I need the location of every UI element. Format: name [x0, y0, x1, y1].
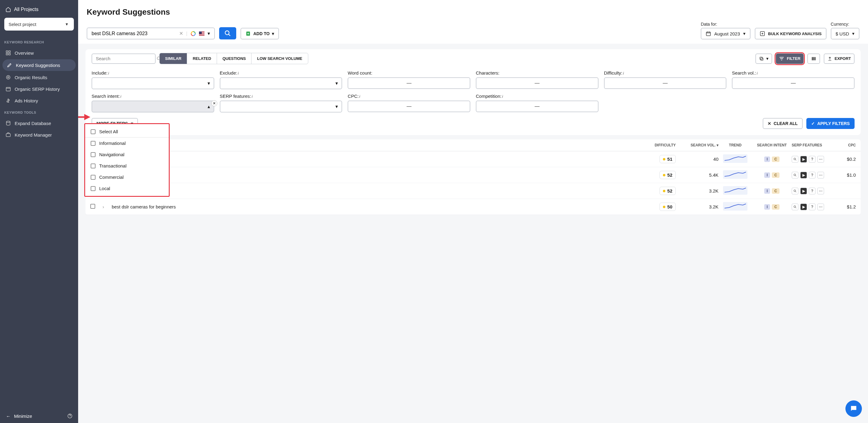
target-icon — [5, 75, 11, 80]
svg-rect-29 — [813, 57, 814, 60]
col-search-vol[interactable]: SEARCH VOL. ▾ — [676, 143, 718, 147]
filter-button[interactable]: FILTER — [776, 54, 804, 64]
keyword-input[interactable] — [92, 31, 176, 36]
filter-search-intent: Search intent:i ✕ ▴ — [92, 93, 214, 112]
table-search-input[interactable] — [96, 56, 154, 61]
export-button[interactable]: EXPORT — [824, 54, 855, 64]
search-button[interactable] — [219, 27, 236, 39]
serp-more-icon[interactable]: ⋯ — [817, 172, 824, 178]
tab-low-search-volume[interactable]: LOW SEARCH VOLUME — [251, 53, 308, 64]
sidebar-item-keyword-manager[interactable]: Keyword Manager — [0, 129, 78, 141]
filter-cpc-input[interactable]: — — [348, 101, 470, 112]
tab-related[interactable]: RELATED — [187, 53, 217, 64]
dropdown-item-transactional[interactable]: Transactional — [85, 160, 169, 171]
sidebar-item-label: Keyword Manager — [14, 132, 52, 138]
info-icon[interactable]: i — [121, 94, 121, 99]
copy-button[interactable]: ▾ — [755, 54, 772, 64]
sidebar-item-organic-serp-history[interactable]: Organic SERP History — [0, 83, 78, 95]
serp-search-icon — [792, 203, 798, 210]
serp-more-icon[interactable]: ⋯ — [817, 203, 824, 210]
columns-button[interactable] — [807, 54, 820, 64]
us-flag-icon — [199, 31, 205, 36]
filter-word-count-input[interactable]: — — [348, 77, 470, 89]
info-icon[interactable]: i — [252, 94, 253, 99]
close-filter-icon[interactable]: ✕ — [211, 100, 217, 106]
filter-search-intent-input[interactable]: ▴ — [92, 101, 214, 112]
svg-rect-30 — [814, 57, 815, 60]
info-icon[interactable]: i — [238, 71, 239, 76]
data-for-select[interactable]: August 2023 ▾ — [701, 28, 750, 39]
filter-serp-features-input[interactable]: ▾ — [220, 101, 342, 112]
minimize-button[interactable]: ← Minimize — [5, 413, 32, 419]
difficulty-badge: 51 — [659, 155, 676, 163]
filter-search-vol-input[interactable]: — — [732, 77, 855, 89]
info-icon[interactable]: i — [502, 94, 503, 99]
info-icon[interactable]: i — [757, 71, 758, 76]
filter-exclude-input[interactable]: ▾ — [220, 77, 342, 89]
filter-include-input[interactable]: ▾ — [92, 77, 214, 89]
col-trend[interactable]: TREND — [718, 143, 752, 147]
filter-competition-input[interactable]: — — [476, 101, 598, 112]
addto-button[interactable]: ADD TO ▾ — [241, 28, 279, 39]
table-header: DIFFICULTY SEARCH VOL. ▾ TREND SEARCH IN… — [86, 139, 861, 151]
difficulty-badge: 52 — [659, 187, 676, 195]
serp-more-icon[interactable]: ⋯ — [817, 156, 824, 163]
trend-cell — [718, 186, 752, 196]
filter-exclude: Exclude:i ▾ — [220, 70, 342, 89]
dropdown-item-informational[interactable]: Informational — [85, 138, 169, 149]
checkbox-icon — [91, 186, 96, 191]
dropdown-item-navigational[interactable]: Navigational — [85, 149, 169, 160]
svg-rect-31 — [723, 154, 747, 163]
bulk-analysis-button[interactable]: BULK KEYWORD ANALYSIS — [755, 28, 827, 39]
dropdown-item-local[interactable]: Local — [85, 183, 169, 194]
dollar-icon — [5, 98, 11, 103]
trend-sparkline-icon — [723, 154, 747, 163]
sidebar-item-expand-database[interactable]: Expand Database — [0, 117, 78, 129]
filter-characters-input[interactable]: — — [476, 77, 598, 89]
upload-icon — [828, 56, 832, 61]
edit-icon — [7, 62, 12, 68]
sidebar-item-overview[interactable]: Overview — [0, 47, 78, 59]
help-icon[interactable] — [67, 413, 73, 419]
add-box-icon — [760, 31, 765, 36]
row-checkbox[interactable] — [90, 204, 95, 209]
info-icon[interactable]: i — [623, 71, 624, 76]
project-select-label: Select project — [8, 22, 36, 27]
filter-difficulty-input[interactable]: — — [604, 77, 727, 89]
col-difficulty[interactable]: DIFFICULTY — [636, 143, 676, 147]
col-serp-features[interactable]: SERP FEATURES — [792, 143, 837, 147]
info-icon[interactable]: i — [359, 94, 360, 99]
col-cpc[interactable]: CPC — [837, 143, 856, 147]
sidebar-item-label: Organic SERP History — [14, 86, 60, 92]
info-icon[interactable]: i — [108, 71, 109, 76]
clear-all-button[interactable]: ✕ CLEAR ALL — [763, 118, 803, 129]
apply-filters-button[interactable]: ✓ APPLY FILTERS — [806, 118, 855, 129]
serp-video-icon: ▶ — [800, 156, 807, 163]
sidebar-item-label: Organic Results — [14, 75, 47, 80]
chat-widget[interactable] — [845, 400, 862, 417]
dropdown-item-commercial[interactable]: Commercial — [85, 171, 169, 183]
expand-icon[interactable]: › — [102, 204, 104, 209]
copy-icon — [759, 56, 764, 61]
page-title: Keyword Suggestions — [87, 7, 860, 17]
currency-select[interactable]: $ USD ▾ — [831, 28, 860, 39]
svg-rect-18 — [199, 31, 202, 34]
dropdown-item-select-all[interactable]: Select All — [85, 126, 169, 138]
sidebar-item-organic-results[interactable]: Organic Results — [0, 72, 78, 83]
col-search-intent[interactable]: SEARCH INTENT — [752, 143, 792, 147]
briefcase-icon — [5, 132, 11, 138]
clear-input-icon[interactable]: ✕ — [179, 31, 183, 36]
tab-questions[interactable]: QUESTIONS — [217, 53, 252, 64]
sidebar-item-keyword-suggestions[interactable]: Keyword Suggestions — [2, 59, 76, 71]
svg-rect-3 — [9, 54, 10, 55]
sidebar-item-ads-history[interactable]: Ads History — [0, 95, 78, 106]
table-row: › best dslr cameras for beginners 50 3.2… — [86, 199, 861, 215]
country-dropdown-icon[interactable]: ▾ — [208, 31, 210, 36]
serp-feature-icons: ▶ ? ⋯ — [792, 188, 837, 194]
serp-faq-icon: ? — [809, 188, 815, 194]
all-projects-link[interactable]: All Projects — [4, 4, 74, 15]
serp-more-icon[interactable]: ⋯ — [817, 188, 824, 194]
project-select[interactable]: Select project ▾ — [4, 18, 74, 31]
tab-similar[interactable]: SIMILAR — [160, 53, 187, 64]
table-row: › 52 5.4K IC ▶ ? ⋯ $1.0 — [86, 167, 861, 183]
